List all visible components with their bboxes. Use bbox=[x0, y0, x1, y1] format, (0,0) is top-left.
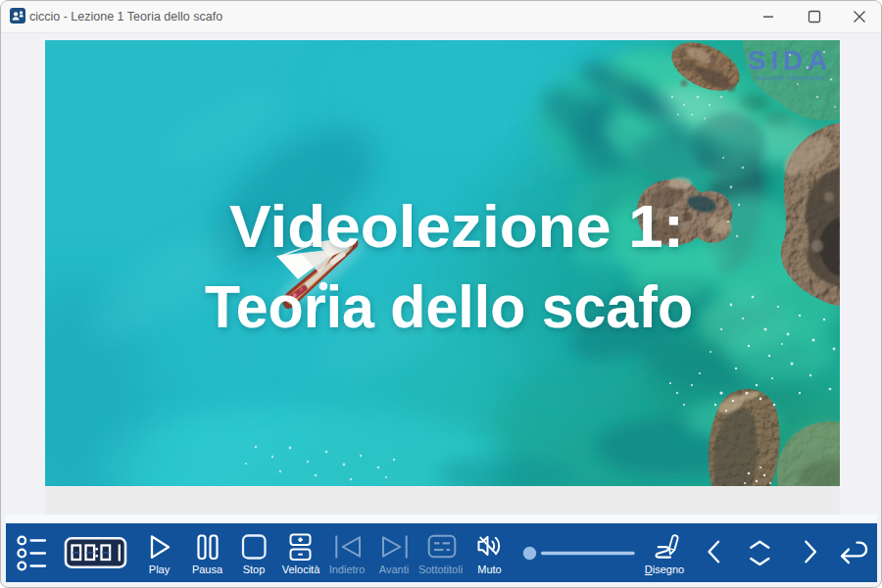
svg-text:SIDA: SIDA bbox=[748, 45, 832, 75]
svg-text:AutoSoft Multimedia: AutoSoft Multimedia bbox=[756, 74, 824, 82]
svg-text:Teoria dello scafo: Teoria dello scafo bbox=[205, 272, 693, 340]
svg-text:Videolezione 1:: Videolezione 1: bbox=[229, 192, 684, 260]
